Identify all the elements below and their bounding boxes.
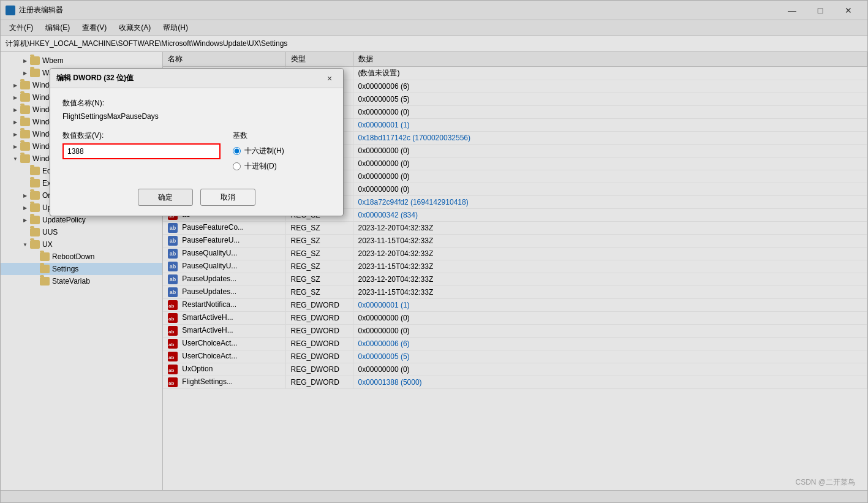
radio-hex[interactable] <box>233 147 241 155</box>
dialog-cancel-button[interactable]: 取消 <box>200 189 255 206</box>
tree-arrow-winscript: ▶ <box>10 93 20 102</box>
reg-data-cell: 0x00000005 (5) <box>353 350 867 363</box>
tree-item-statevarib[interactable]: StateVariab <box>1 275 162 287</box>
folder-icon-expressioneval <box>30 179 40 187</box>
dialog-ok-button[interactable]: 确定 <box>138 189 193 206</box>
window-controls: — □ ✕ <box>778 1 862 20</box>
radio-dec-label[interactable]: 十进制(D) <box>233 161 331 172</box>
app-icon <box>6 6 15 15</box>
reg-type-cell: REG_SZ <box>285 235 353 248</box>
menu-edit[interactable]: 编辑(E) <box>39 21 76 34</box>
tree-label-wbem: Wbem <box>42 56 64 65</box>
tree-arrow-updatehandler: ▶ <box>20 203 30 213</box>
table-row[interactable]: ab PauseQualityU...REG_SZ2023-11-15T04:3… <box>163 260 867 273</box>
tree-item-wbem[interactable]: ▶ Wbem <box>1 55 162 67</box>
reg-data-cell: 0x00000005 (5) <box>353 93 867 106</box>
table-row[interactable]: ab PauseQualityU...REG_SZ2023-12-20T04:3… <box>163 248 867 260</box>
tree-arrow-rebootdown <box>30 252 40 262</box>
radio-dec[interactable] <box>233 162 241 170</box>
svg-text:ab: ab <box>168 329 174 335</box>
dword-icon: ab <box>168 313 178 323</box>
dword-icon: ab <box>168 339 178 349</box>
reg-data-cell: 0x18a72c94fd2 (1694142910418) <box>353 196 867 209</box>
reg-data-cell: 0x00000000 (0) <box>353 325 867 338</box>
tree-arrow-expressioneval <box>20 178 30 188</box>
tree-arrow-winsearch: ▶ <box>10 105 20 115</box>
table-row[interactable]: ab FlightSettings...REG_DWORD0x00001388 … <box>163 376 867 389</box>
radio-hex-label[interactable]: 十六进制(H) <box>233 146 331 156</box>
tree-arrow-wbem: ▶ <box>20 56 30 66</box>
tree-arrow-winsecurity: ▶ <box>10 117 20 127</box>
reg-name-cell: ab PauseFeatureU... <box>163 235 285 248</box>
dialog-title-bar: 编辑 DWORD (32 位)值 × <box>50 69 343 88</box>
tree-item-rebootdown[interactable]: RebootDown <box>1 251 162 263</box>
dialog-title-text: 编辑 DWORD (32 位)值 <box>56 73 322 83</box>
dialog-data-input[interactable] <box>62 143 221 159</box>
col-name: 名称 <box>163 52 285 67</box>
reg-data-cell: 0x00000006 (6) <box>353 80 867 93</box>
tree-item-settings[interactable]: Settings <box>1 263 162 275</box>
table-row[interactable]: ab SmartActiveH...REG_DWORD0x00000000 (0… <box>163 325 867 338</box>
main-window: 注册表编辑器 — □ ✕ 文件(F) 编辑(E) 查看(V) 收藏夹(A) 帮助… <box>0 0 868 503</box>
tree-arrow-winselfhost: ▶ <box>10 142 20 151</box>
reg-data-cell: 0x00000000 (0) <box>353 157 867 170</box>
reg-data-cell: (数值未设置) <box>353 67 867 80</box>
menu-favorites[interactable]: 收藏夹(A) <box>113 21 157 34</box>
reg-type-cell: REG_DWORD <box>285 299 353 312</box>
reg-name-cell: ab PauseUpdates... <box>163 273 285 286</box>
dialog-name-value: FlightSettingsMaxPauseDays <box>62 111 331 122</box>
table-row[interactable]: ab PauseUpdates...REG_SZ2023-11-15T04:32… <box>163 286 867 299</box>
minimize-button[interactable]: — <box>778 1 806 20</box>
maximize-button[interactable]: □ <box>806 1 834 20</box>
reg-name-cell: ab UserChoiceAct... <box>163 350 285 363</box>
dialog-body: 数值名称(N): FlightSettingsMaxPauseDays 数值数据… <box>50 88 343 216</box>
watermark: CSDN @二开菜鸟 <box>795 477 855 488</box>
dword-icon: ab <box>168 377 178 387</box>
tree-arrow-winupdate: ▼ <box>10 154 20 164</box>
folder-icon-orchestrator <box>30 191 40 200</box>
table-row[interactable]: ab RestartNotifica...REG_DWORD0x00000001… <box>163 299 867 312</box>
reg-data-cell: 0x00000000 (0) <box>353 183 867 196</box>
tree-item-ux[interactable]: ▼ UX <box>1 238 162 251</box>
reg-data-cell: 0x00000001 (1) <box>353 299 867 312</box>
svg-text:ab: ab <box>168 342 174 347</box>
table-row[interactable]: ab UserChoiceAct...REG_DWORD0x00000005 (… <box>163 350 867 363</box>
folder-icon-editionsetting <box>30 167 40 175</box>
reg-data-cell: 0x00001388 (5000) <box>353 376 867 389</box>
window-title: 注册表编辑器 <box>19 5 778 15</box>
tree-label-rebootdown: RebootDown <box>52 252 94 261</box>
close-button[interactable]: ✕ <box>834 1 862 20</box>
tree-item-uus[interactable]: UUS <box>1 226 162 238</box>
radio-hex-text: 十六进制(H) <box>244 146 284 156</box>
folder-icon-updatepolicy <box>30 216 40 224</box>
table-row[interactable]: ab PauseFeatureU...REG_SZ2023-11-15T04:3… <box>163 235 867 248</box>
table-row[interactable]: ab UxOptionREG_DWORD0x00000000 (0) <box>163 363 867 376</box>
reg-data-cell: 0x00000000 (0) <box>353 312 867 325</box>
menu-file[interactable]: 文件(F) <box>3 21 39 34</box>
reg-data-cell: 2023-12-20T04:32:33Z <box>353 273 867 286</box>
dialog-buttons: 确定 取消 <box>62 189 331 206</box>
menu-bar: 文件(F) 编辑(E) 查看(V) 收藏夹(A) 帮助(H) <box>1 20 867 36</box>
radio-dec-text: 十进制(D) <box>244 161 277 172</box>
reg-data-cell: 2023-11-15T04:32:33Z <box>353 235 867 248</box>
svg-text:ab: ab <box>168 355 174 360</box>
table-row[interactable]: ab UserChoiceAct...REG_DWORD0x00000006 (… <box>163 338 867 350</box>
reg-data-cell: 0x00000000 (0) <box>353 106 867 119</box>
tree-label-updatepolicy: UpdatePolicy <box>42 216 86 224</box>
table-row[interactable]: ab SmartActiveH...REG_DWORD0x00000000 (0… <box>163 312 867 325</box>
table-row[interactable]: ab PauseUpdates...REG_SZ2023-12-20T04:32… <box>163 273 867 286</box>
dialog-close-button[interactable]: × <box>322 71 337 86</box>
tree-arrow-statevarib <box>30 276 40 286</box>
menu-view[interactable]: 查看(V) <box>76 21 113 34</box>
reg-data-cell: 2023-12-20T04:32:33Z <box>353 222 867 235</box>
tree-arrow-winruntime: ▶ <box>10 129 20 139</box>
svg-text:ab: ab <box>168 380 174 386</box>
folder-icon-uus <box>30 228 40 236</box>
dword-icon: ab <box>168 352 178 361</box>
table-row[interactable]: ab PauseFeatureCo...REG_SZ2023-12-20T04:… <box>163 222 867 235</box>
tree-arrow-ux: ▼ <box>20 240 30 249</box>
reg-type-cell: REG_DWORD <box>285 338 353 350</box>
status-bar <box>1 490 867 502</box>
tree-arrow-orchestrator: ▶ <box>20 191 30 200</box>
menu-help[interactable]: 帮助(H) <box>157 21 194 34</box>
